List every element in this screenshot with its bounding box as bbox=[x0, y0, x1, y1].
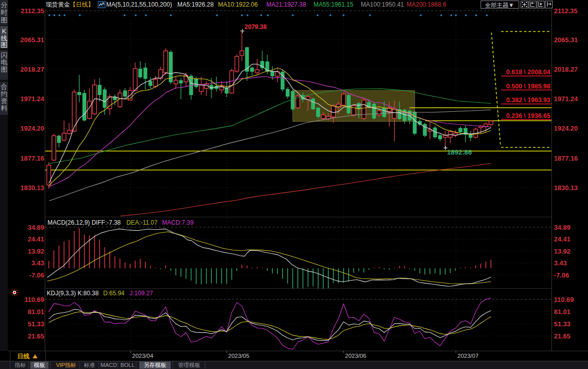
svg-text:-7.06: -7.06 bbox=[29, 271, 44, 279]
svg-text:21.65: 21.65 bbox=[27, 332, 44, 340]
svg-text:MA10:1922.06: MA10:1922.06 bbox=[218, 1, 258, 8]
svg-text:2079.38: 2079.38 bbox=[244, 23, 267, 30]
svg-text:2023/06: 2023/06 bbox=[345, 353, 366, 359]
svg-text:34.89: 34.89 bbox=[554, 224, 571, 231]
svg-text:2023/04: 2023/04 bbox=[132, 353, 153, 359]
svg-text:【日线】: 【日线】 bbox=[70, 1, 94, 8]
svg-text:3.43: 3.43 bbox=[32, 259, 44, 267]
svg-text:2018.27: 2018.27 bbox=[554, 66, 578, 73]
svg-text:MACD:7.39: MACD:7.39 bbox=[162, 219, 194, 226]
svg-text:MACD: MACD bbox=[101, 362, 117, 368]
svg-text:2112.35: 2112.35 bbox=[554, 7, 577, 15]
svg-text:闪: 闪 bbox=[1, 51, 8, 59]
svg-text:约: 约 bbox=[1, 90, 8, 98]
svg-text:料: 料 bbox=[1, 104, 8, 112]
svg-text:81.01: 81.01 bbox=[27, 308, 44, 316]
svg-text:1830.13: 1830.13 bbox=[20, 184, 44, 192]
svg-text:模板: 模板 bbox=[34, 362, 45, 368]
svg-text:管理模板: 管理模板 bbox=[178, 362, 200, 368]
svg-text:全部主题▼: 全部主题▼ bbox=[485, 2, 514, 8]
svg-text:-7.06: -7.06 bbox=[554, 271, 569, 279]
svg-text:21.65: 21.65 bbox=[554, 332, 571, 340]
svg-text:资: 资 bbox=[1, 97, 8, 105]
svg-text:2023/07: 2023/07 bbox=[457, 353, 479, 359]
svg-text:MA21:1927.38: MA21:1927.38 bbox=[266, 1, 306, 8]
svg-text:1877.16: 1877.16 bbox=[20, 155, 44, 162]
svg-text:13.92: 13.92 bbox=[554, 248, 571, 255]
svg-text:51.33: 51.33 bbox=[554, 320, 571, 328]
svg-text:51.33: 51.33 bbox=[27, 320, 44, 328]
svg-text:81.01: 81.01 bbox=[554, 308, 571, 316]
svg-text:2112.35: 2112.35 bbox=[21, 7, 44, 15]
svg-text:MA200:1868.6: MA200:1868.6 bbox=[407, 1, 446, 8]
svg-text:另存模板: 另存模板 bbox=[144, 362, 166, 368]
svg-text:1924.20: 1924.20 bbox=[20, 125, 44, 132]
svg-text:图: 图 bbox=[1, 41, 8, 49]
svg-text:0.618 \ 2008.04: 0.618 \ 2008.04 bbox=[506, 69, 550, 76]
svg-text:图: 图 bbox=[1, 16, 8, 24]
svg-text:BOLL: BOLL bbox=[120, 362, 135, 368]
svg-text:1924.20: 1924.20 bbox=[554, 125, 578, 132]
svg-text:1830.13: 1830.13 bbox=[554, 184, 578, 192]
svg-text:110.69: 110.69 bbox=[24, 296, 44, 303]
svg-text:图: 图 bbox=[1, 66, 8, 73]
svg-text:MA100:1950.41: MA100:1950.41 bbox=[361, 1, 404, 8]
svg-text:24.41: 24.41 bbox=[554, 235, 571, 243]
svg-text:D:65.94: D:65.94 bbox=[103, 290, 125, 297]
svg-text:MACD(26,12,9) DIFF:-7.38: MACD(26,12,9) DIFF:-7.38 bbox=[48, 219, 121, 226]
svg-text:现货黄金: 现货黄金 bbox=[46, 1, 70, 8]
svg-text:110.69: 110.69 bbox=[554, 296, 574, 303]
svg-text:电: 电 bbox=[1, 58, 8, 66]
svg-text:指标: 指标 bbox=[14, 362, 26, 368]
svg-text:2023/05: 2023/05 bbox=[228, 353, 250, 359]
svg-text:24.41: 24.41 bbox=[27, 235, 44, 243]
svg-text:1877.16: 1877.16 bbox=[554, 155, 578, 162]
svg-text:J:109.27: J:109.27 bbox=[130, 290, 153, 297]
svg-text:1971.24: 1971.24 bbox=[554, 95, 578, 103]
svg-text:1892.86: 1892.86 bbox=[447, 148, 472, 156]
svg-text:合: 合 bbox=[1, 83, 8, 90]
svg-text:1971.24: 1971.24 bbox=[20, 95, 45, 103]
svg-text:MA55:1961.15: MA55:1961.15 bbox=[314, 1, 353, 8]
svg-text:3.43: 3.43 bbox=[554, 259, 567, 267]
svg-text:0.500 \ 1985.98: 0.500 \ 1985.98 bbox=[506, 83, 550, 90]
svg-text:标准: 标准 bbox=[83, 362, 95, 368]
svg-text:34.89: 34.89 bbox=[27, 224, 44, 231]
svg-text:0.236 \ 1936.65: 0.236 \ 1936.65 bbox=[506, 112, 550, 119]
svg-text:VIP指标: VIP指标 bbox=[56, 362, 76, 368]
svg-text:DEA:-11.07: DEA:-11.07 bbox=[127, 219, 158, 226]
svg-text:日线: 日线 bbox=[17, 353, 29, 360]
svg-text:KDJ(9,3,3) K:80.38: KDJ(9,3,3) K:80.38 bbox=[47, 290, 99, 297]
svg-text:0.382 \ 1963.93: 0.382 \ 1963.93 bbox=[506, 97, 550, 104]
svg-text:13.92: 13.92 bbox=[27, 248, 44, 255]
svg-text:2065.31: 2065.31 bbox=[20, 36, 44, 44]
svg-text:2018.27: 2018.27 bbox=[20, 66, 44, 73]
svg-text:时: 时 bbox=[1, 9, 8, 16]
svg-text:分: 分 bbox=[1, 1, 8, 9]
svg-text:MA(5,10,21,55,100,200): MA(5,10,21,55,100,200) bbox=[106, 1, 172, 8]
svg-text:MA5:1926.28: MA5:1926.28 bbox=[177, 1, 214, 8]
svg-text:2065.31: 2065.31 bbox=[554, 36, 578, 44]
